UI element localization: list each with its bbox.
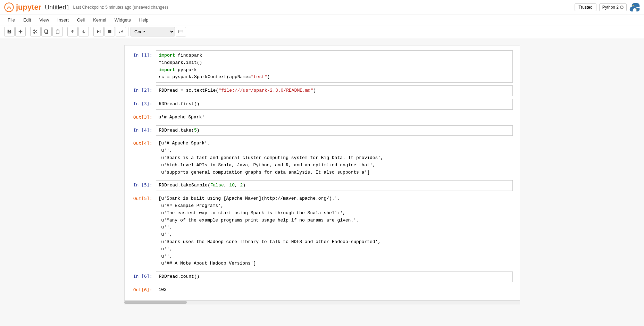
cell-5-output-prompt: Out[5]: [125, 194, 156, 202]
cell-3-input[interactable]: RDDread.first() [156, 99, 513, 110]
interrupt-button[interactable] [104, 27, 115, 36]
trusted-button[interactable]: Trusted [575, 3, 596, 11]
stop-icon [107, 29, 112, 34]
kernel-name: Python 2 [602, 5, 619, 10]
menu-cell[interactable]: Cell [74, 16, 88, 24]
cell-1-row: In [1]: import findspark findspark.init(… [125, 50, 520, 83]
cell-6-output-prompt: Out[6]: [125, 285, 156, 293]
paste-icon [55, 29, 60, 34]
cell-4-output-text: [u'# Apache Spark', u'', u'Spark is a fa… [156, 139, 513, 177]
toolbar-separator-1 [28, 27, 28, 36]
jupyter-text: jupyter [16, 3, 41, 12]
notebook-container: In [1]: import findspark findspark.init(… [0, 38, 644, 323]
menu-help[interactable]: Help [136, 16, 152, 24]
svg-point-0 [5, 3, 13, 11]
restart-button[interactable] [116, 27, 126, 36]
svg-rect-6 [108, 30, 111, 33]
cell-5-input[interactable]: RDDread.takeSample(False, 10, 2) [156, 180, 513, 191]
cell-1-input[interactable]: import findspark findspark.init() import… [156, 50, 513, 83]
cell-6-output: Out[6]: 103 [125, 284, 520, 296]
paste-button[interactable] [52, 27, 63, 36]
cell-2: In [2]: RDDread = sc.textFile("file:///u… [125, 84, 520, 98]
menubar: File Edit View Insert Cell Kernel Widget… [0, 15, 644, 25]
cell-3-row: In [3]: RDDread.first() [125, 99, 520, 110]
python-logo-icon [629, 2, 640, 12]
cell-1-prompt: In [1]: [125, 50, 156, 59]
cell-6-output-text: 103 [156, 285, 513, 295]
cell-3-output-prompt: Out[3]: [125, 112, 156, 121]
menu-view[interactable]: View [36, 16, 52, 24]
header: jupyter Untitled1 Last Checkpoint: 5 min… [0, 0, 644, 15]
menu-kernel[interactable]: Kernel [90, 16, 110, 24]
svg-rect-4 [45, 30, 48, 33]
toolbar: Code Markdown Raw NBConvert Heading [0, 25, 644, 38]
copy-icon [44, 29, 49, 34]
logo-area: jupyter [4, 2, 41, 12]
menu-insert[interactable]: Insert [54, 16, 72, 24]
cell-3: In [3]: RDDread.first() [125, 98, 520, 111]
horizontal-scrollbar[interactable] [124, 300, 520, 304]
menu-edit[interactable]: Edit [20, 16, 34, 24]
add-cell-button[interactable] [15, 27, 26, 36]
cell-3-output-text: u'# Apache Spark' [156, 112, 513, 123]
cell-5: In [5]: RDDread.takeSample(False, 10, 2) [125, 179, 520, 192]
toolbar-separator-2 [65, 27, 65, 36]
cell-3-prompt: In [3]: [125, 99, 156, 107]
notebook-title[interactable]: Untitled1 [45, 4, 69, 11]
cell-4: In [4]: RDDread.take(5) [125, 124, 520, 137]
svg-rect-7 [179, 30, 183, 33]
cell-4-output-prompt: Out[4]: [125, 139, 156, 147]
kernel-status-icon [620, 6, 624, 9]
cell-2-prompt: In [2]: [125, 85, 156, 94]
cut-button[interactable] [30, 27, 41, 36]
cell-5-prompt: In [5]: [125, 180, 156, 189]
cell-6-prompt: In [6]: [125, 271, 156, 280]
toolbar-separator-4 [128, 27, 128, 36]
cell-3-output: Out[3]: u'# Apache Spark' [125, 111, 520, 124]
move-up-button[interactable] [67, 27, 78, 36]
cell-4-output: Out[4]: [u'# Apache Spark', u'', u'Spark… [125, 137, 520, 179]
step-forward-icon [96, 29, 101, 34]
copy-button[interactable] [41, 27, 52, 36]
svg-point-2 [636, 9, 637, 10]
toolbar-separator-3 [91, 27, 91, 36]
svg-point-1 [633, 5, 634, 6]
cell-5-output: Out[5]: [u'Spark is built using [Apache … [125, 192, 520, 270]
svg-rect-5 [56, 30, 59, 34]
cell-6-output-row: Out[6]: 103 [125, 285, 520, 295]
notebook-content: In [1]: import findspark findspark.init(… [124, 45, 520, 300]
scrollbar-thumb[interactable] [124, 301, 187, 304]
cell-6-row: In [6]: RDDread.count() [125, 271, 520, 282]
run-next-button[interactable] [93, 27, 104, 36]
plus-icon [18, 29, 23, 34]
cell-type-select[interactable]: Code Markdown Raw NBConvert Heading [131, 27, 175, 36]
cell-5-output-row: Out[5]: [u'Spark is built using [Apache … [125, 194, 520, 269]
cell-5-output-text: [u'Spark is built using [Apache Maven](h… [156, 194, 513, 269]
jupyter-logo-icon [4, 2, 14, 12]
checkpoint-info: Last Checkpoint: 5 minutes ago (unsaved … [73, 5, 168, 10]
cell-6-input[interactable]: RDDread.count() [156, 271, 513, 282]
scissors-icon [33, 29, 38, 34]
arrow-down-icon [81, 29, 86, 34]
move-down-button[interactable] [78, 27, 89, 36]
cell-4-output-row: Out[4]: [u'# Apache Spark', u'', u'Spark… [125, 139, 520, 177]
save-button[interactable] [4, 27, 15, 36]
cell-4-prompt: In [4]: [125, 125, 156, 134]
cell-3-output-row: Out[3]: u'# Apache Spark' [125, 112, 520, 123]
header-right: Trusted Python 2 [575, 2, 640, 12]
cell-4-row: In [4]: RDDread.take(5) [125, 125, 520, 136]
kernel-indicator: Python 2 [599, 3, 627, 11]
keyboard-shortcuts-button[interactable] [176, 27, 186, 36]
cell-6: In [6]: RDDread.count() [125, 270, 520, 284]
cell-2-row: In [2]: RDDread = sc.textFile("file:///u… [125, 85, 520, 96]
menu-widgets[interactable]: Widgets [111, 16, 134, 24]
save-icon [7, 29, 12, 34]
cell-2-input[interactable]: RDDread = sc.textFile("file:///usr/spark… [156, 85, 513, 96]
cell-4-input[interactable]: RDDread.take(5) [156, 125, 513, 136]
cell-5-row: In [5]: RDDread.takeSample(False, 10, 2) [125, 180, 520, 191]
cell-1: In [1]: import findspark findspark.init(… [125, 49, 520, 84]
keyboard-icon [178, 29, 183, 34]
menu-file[interactable]: File [4, 16, 18, 24]
arrow-up-icon [70, 29, 75, 34]
restart-icon [118, 29, 123, 34]
